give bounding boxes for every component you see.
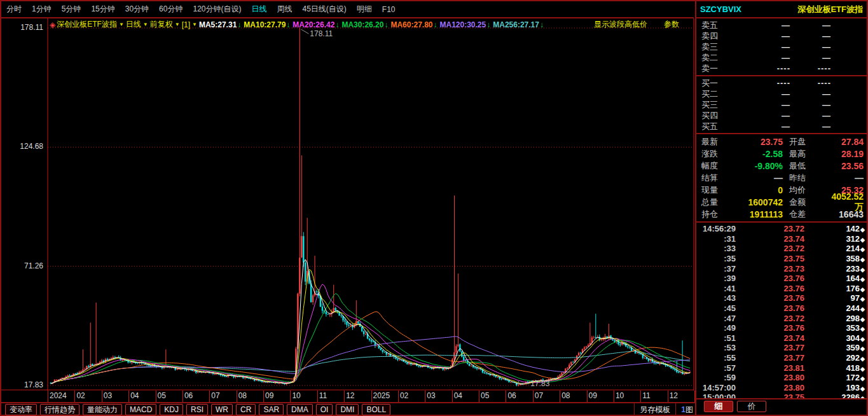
bid-row: 买五—— (696, 121, 867, 132)
x-month-label: 07 (209, 391, 236, 402)
indicator-tab-oi[interactable]: OI (316, 404, 333, 415)
ask-row-volume: ---- (790, 64, 867, 73)
params-link[interactable]: 参数 (664, 19, 679, 30)
menu-item-120分钟(自设)[interactable]: 120分钟(自设) (188, 4, 246, 15)
diamond-icon: ◆ (860, 246, 865, 253)
ask-row: 卖三—— (696, 41, 867, 52)
tick-volume: 244◆ (804, 303, 867, 313)
menu-item-F10[interactable]: F10 (377, 5, 401, 14)
ma-label-ma5: MA5:27.31↓ (199, 20, 241, 29)
tick-volume: 418◆ (804, 363, 867, 373)
quote-row: 幅度-9.80%最低23.56 (696, 160, 867, 172)
tick-volume: 233◆ (804, 264, 867, 274)
tick-volume: 353◆ (804, 323, 867, 333)
indicator-tab-boll[interactable]: BOLL (362, 404, 390, 415)
tick-volume: 304◆ (804, 333, 867, 343)
quote-row: 结算—昨结— (696, 172, 867, 184)
indicator-tab-kdj[interactable]: KDJ (160, 404, 183, 415)
x-month-label: 11 (640, 391, 667, 402)
period-dropdown[interactable]: 日线 (126, 19, 141, 30)
layout-label: 图 (685, 405, 693, 414)
menu-item-1分钟[interactable]: 1分钟 (27, 4, 57, 15)
ma-line-ma10 (51, 270, 690, 384)
tick-price: 23.76 (736, 284, 804, 293)
indicator-tab-wr[interactable]: WR (211, 404, 233, 415)
diamond-icon: ◆ (860, 366, 865, 372)
quote-value: 28.19 (825, 149, 867, 159)
indicator-tab-macd[interactable]: MACD (125, 404, 156, 415)
tick-tab-细[interactable]: 细 (704, 401, 733, 412)
ma-value-list: MA5:27.31↓MA10:27.79↓MA20:26.42↓MA30:26.… (199, 20, 546, 29)
candlestick-chart[interactable]: 178.11 17.83 (1, 18, 695, 391)
x-month-label: 04 (128, 391, 155, 402)
quote-panel: SZCYBVIX 深创业板ETF波指 卖五——卖四——卖三——卖二——卖一---… (695, 1, 867, 415)
tick-list[interactable]: 14:56:2923.72142◆:3123.74312◆:3323.72214… (696, 223, 867, 398)
indicator-tab-dmi[interactable]: DMI (336, 404, 359, 415)
bid-row-price: — (740, 121, 790, 131)
bid-row-label: 买一 (696, 78, 740, 89)
layout-count: 1 (681, 405, 685, 414)
menu-item-45日线(自设)[interactable]: 45日线(自设) (297, 4, 351, 15)
tick-row: 15:00:0023.752286◆ (696, 392, 867, 398)
menu-item-明细[interactable]: 明细 (352, 4, 377, 15)
tick-row: :5523.77292◆ (696, 353, 867, 363)
tick-time: :53 (696, 343, 736, 352)
diamond-icon: ◆ (860, 345, 865, 352)
diamond-icon: ◆ (860, 306, 865, 312)
menu-item-5分钟[interactable]: 5分钟 (57, 4, 86, 15)
tick-time: :37 (696, 264, 736, 274)
ask-row: 卖一-------- (696, 63, 867, 74)
x-month-label: 08 (560, 391, 586, 402)
ma-label-ma60: MA60:27.80↓ (390, 20, 437, 29)
chevron-down-icon: ▼ (192, 22, 197, 27)
indicator-tab-bar: 变动率行情趋势量能动力MACDKDJRSIWRCRSARDMAOIDMIBOLL… (1, 402, 699, 416)
ma-label-ma120: MA120:30.25↓ (440, 20, 491, 29)
adjust-dropdown[interactable]: 前复权 (150, 19, 173, 30)
diamond-icon: ◆ (860, 256, 865, 263)
indicator-tab-dma[interactable]: DMA (287, 404, 313, 415)
tick-price: 23.72 (736, 224, 804, 233)
quote-label: 开盘 (783, 136, 825, 148)
quote-row: 涨跌-2.58最高28.19 (696, 148, 867, 160)
menu-item-15分钟[interactable]: 15分钟 (86, 4, 120, 15)
tick-view-tabs: 细价 (696, 398, 867, 415)
tick-price: 23.81 (736, 363, 804, 373)
save-template-button[interactable]: 另存模板 (640, 405, 670, 415)
tick-tab-价[interactable]: 价 (737, 401, 766, 412)
ask-row-label: 卖五 (696, 20, 740, 31)
indicator-tab-cr[interactable]: CR (236, 404, 256, 415)
indicator-tab-sar[interactable]: SAR (259, 404, 284, 415)
bid-row-volume: — (790, 89, 867, 99)
tick-time: :55 (696, 353, 736, 363)
quote-label: 最低 (783, 160, 825, 172)
tick-time: :39 (696, 274, 736, 283)
indicator-tab-行情趋势[interactable]: 行情趋势 (40, 404, 79, 415)
down-arrow-icon: ↓ (335, 20, 339, 29)
ask-row-price: — (740, 20, 790, 30)
down-arrow-icon: ↓ (486, 20, 490, 29)
indicator-tab-变动率[interactable]: 变动率 (5, 404, 37, 415)
show-swing-prices-link[interactable]: 显示波段高低价 (594, 19, 647, 30)
tick-row: :4923.76353◆ (696, 323, 867, 333)
symbol-dropdown[interactable]: 深创业板ETF波指 (57, 19, 117, 30)
diamond-icon: ◆ (860, 286, 865, 293)
indicator-tab-量能动力[interactable]: 量能动力 (83, 404, 122, 415)
menu-item-60分钟[interactable]: 60分钟 (154, 4, 188, 15)
layout-count-button[interactable]: 1图 (681, 405, 693, 415)
menu-item-日线[interactable]: 日线 (246, 4, 272, 15)
tick-row: :4323.7697◆ (696, 293, 867, 303)
bid-row: 买二—— (696, 88, 867, 99)
bid-row-price: ---- (740, 78, 790, 88)
tick-volume: 358◆ (804, 254, 867, 263)
period-menu: 分时1分钟5分钟15分钟30分钟60分钟120分钟(自设)日线周线45日线(自设… (1, 1, 694, 18)
menu-item-30分钟[interactable]: 30分钟 (120, 4, 154, 15)
indicator-tab-rsi[interactable]: RSI (186, 404, 208, 415)
tick-price: 23.75 (736, 392, 804, 398)
menu-item-分时[interactable]: 分时 (1, 4, 27, 15)
tick-price: 23.77 (736, 353, 804, 363)
tick-row: :3323.72214◆ (696, 244, 867, 254)
menu-item-周线[interactable]: 周线 (272, 4, 297, 15)
quote-label: 最高 (783, 148, 825, 160)
x-month-label: 02 (74, 391, 101, 402)
scale-dropdown[interactable]: [1] (182, 20, 190, 29)
